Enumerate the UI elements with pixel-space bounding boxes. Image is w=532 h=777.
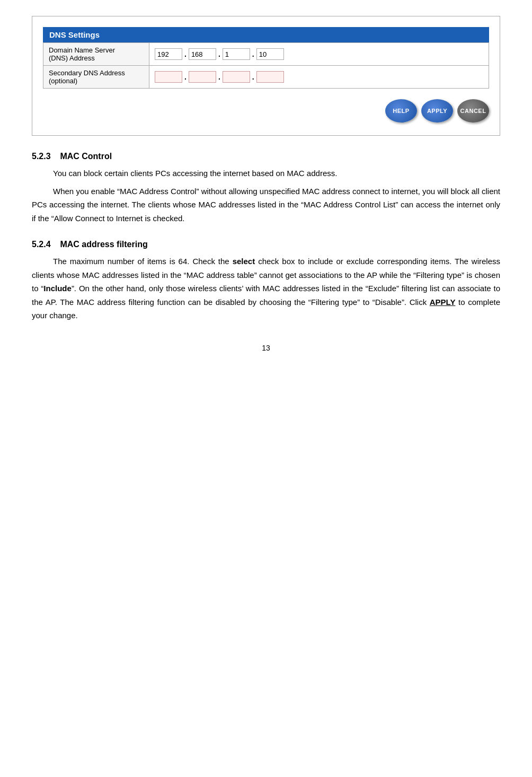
- dns-secondary-inputs: . . .: [149, 66, 489, 89]
- help-button[interactable]: HELP: [385, 99, 417, 123]
- cancel-button[interactable]: CANCEL: [457, 99, 489, 123]
- dns-table: Domain Name Server(DNS) Address . . . Se…: [43, 42, 489, 89]
- section-523-number: 5.2.3: [32, 152, 51, 161]
- select-keyword: select: [233, 257, 255, 266]
- include-keyword: Include: [43, 284, 72, 293]
- section-524: 5.2.4 MAC address filtering The maximum …: [32, 240, 500, 322]
- dot-5: .: [217, 73, 221, 81]
- dns-secondary-oct3[interactable]: [223, 71, 250, 83]
- section-524-number: 5.2.4: [32, 240, 51, 249]
- dns-primary-oct1[interactable]: [155, 48, 182, 60]
- apply-keyword: APPLY: [430, 298, 456, 307]
- page-number: 13: [32, 344, 500, 352]
- dns-row-primary: Domain Name Server(DNS) Address . . .: [43, 43, 489, 66]
- dns-settings-panel: DNS Settings Domain Name Server(DNS) Add…: [32, 16, 500, 136]
- dot-6: .: [251, 73, 255, 81]
- dns-row-secondary: Secondary DNS Address(optional) . . .: [43, 66, 489, 89]
- section-524-para1: The maximum number of items is 64. Check…: [32, 255, 500, 322]
- dns-secondary-oct1[interactable]: [155, 71, 182, 83]
- dot-3: .: [251, 50, 255, 58]
- dns-primary-inputs: . . .: [149, 43, 489, 66]
- dns-settings-title: DNS Settings: [43, 27, 489, 42]
- dns-primary-label: Domain Name Server(DNS) Address: [43, 43, 149, 66]
- dns-secondary-oct4[interactable]: [256, 71, 284, 83]
- section-523: 5.2.3 MAC Control You can block certain …: [32, 152, 500, 225]
- section-523-para2: When you enable “MAC Address Control” wi…: [32, 185, 500, 225]
- dot-4: .: [183, 73, 188, 81]
- section-524-title: MAC address filtering: [60, 240, 147, 249]
- dns-primary-oct4[interactable]: [256, 48, 284, 60]
- section-523-heading: 5.2.3 MAC Control: [32, 152, 500, 161]
- dns-secondary-label: Secondary DNS Address(optional): [43, 66, 149, 89]
- dns-primary-oct2[interactable]: [189, 48, 216, 60]
- apply-button[interactable]: APPLY: [421, 99, 453, 123]
- dot-1: .: [183, 50, 188, 58]
- dns-buttons-row: HELP APPLY CANCEL: [38, 94, 494, 130]
- dns-primary-oct3[interactable]: [223, 48, 250, 60]
- dns-secondary-oct2[interactable]: [189, 71, 216, 83]
- dot-2: .: [217, 50, 221, 58]
- section-523-title: MAC Control: [60, 152, 112, 161]
- section-523-para1: You can block certain clients PCs access…: [32, 167, 500, 180]
- section-524-heading: 5.2.4 MAC address filtering: [32, 240, 500, 249]
